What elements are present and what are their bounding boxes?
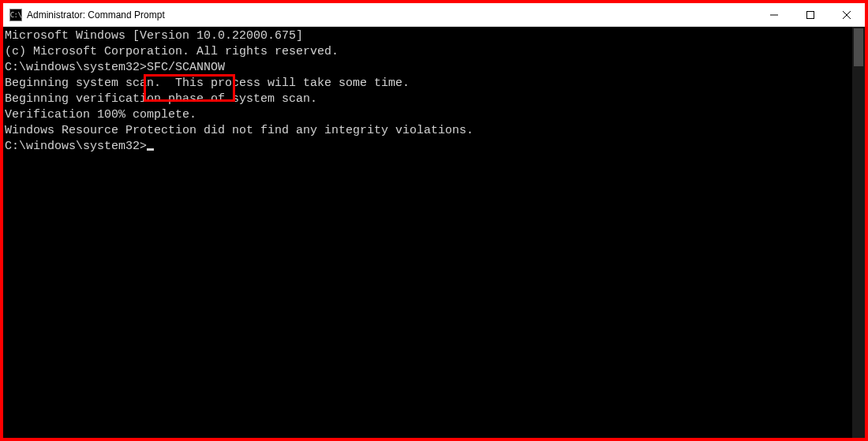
cmd-icon: C:\ xyxy=(9,9,22,21)
output-line: Microsoft Windows [Version 10.0.22000.67… xyxy=(5,28,852,44)
prompt-prefix: C:\windows\system32> xyxy=(5,140,147,153)
svg-rect-0 xyxy=(807,11,814,18)
command-prompt-window: C:\ Administrator: Command Prompt Micros… xyxy=(3,3,865,438)
window-controls xyxy=(756,3,865,26)
close-icon xyxy=(843,11,851,19)
terminal-output[interactable]: Microsoft Windows [Version 10.0.22000.67… xyxy=(3,27,852,438)
maximize-button[interactable] xyxy=(792,3,829,26)
window-titlebar[interactable]: C:\ Administrator: Command Prompt xyxy=(3,3,865,27)
output-line: C:\windows\system32>SFC/SCANNOW xyxy=(5,60,852,76)
cursor-icon xyxy=(147,148,154,151)
minimize-icon xyxy=(770,11,778,19)
prompt-prefix: C:\windows\system32> xyxy=(5,61,147,74)
window-title: Administrator: Command Prompt xyxy=(27,9,756,21)
close-button[interactable] xyxy=(829,3,865,26)
vertical-scrollbar[interactable] xyxy=(852,27,865,438)
output-line: Windows Resource Protection did not find… xyxy=(5,123,852,139)
terminal-area: Microsoft Windows [Version 10.0.22000.67… xyxy=(3,27,865,438)
output-line: Beginning verification phase of system s… xyxy=(5,92,852,107)
output-line: Beginning system scan. This process will… xyxy=(5,76,852,92)
annotation-frame: C:\ Administrator: Command Prompt Micros… xyxy=(0,0,868,441)
output-line: (c) Microsoft Corporation. All rights re… xyxy=(5,44,852,60)
minimize-button[interactable] xyxy=(756,3,792,26)
typed-command: SFC/SCANNOW xyxy=(147,61,225,74)
maximize-icon xyxy=(806,11,814,19)
output-line: Verification 100% complete. xyxy=(5,107,852,123)
scrollbar-thumb[interactable] xyxy=(854,28,863,66)
output-line: C:\windows\system32> xyxy=(5,139,852,155)
